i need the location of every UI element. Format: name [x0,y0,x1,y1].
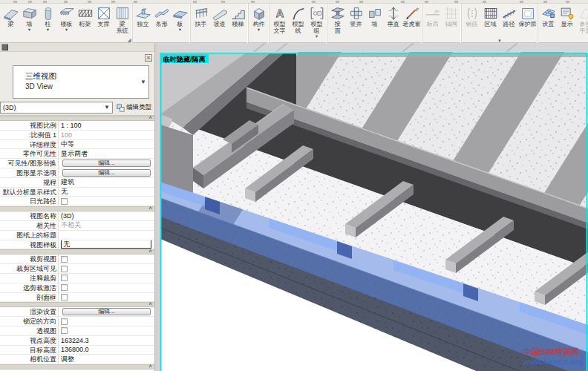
property-value[interactable] [59,231,154,240]
property-label: 锁定的方向 [0,317,59,326]
checkbox-unchecked[interactable] [61,275,68,281]
ribbon-button-vertical-opening[interactable]: 垂直 [384,4,402,28]
ribbon-button-model-group[interactable]: 模型组▼ [307,4,326,38]
ribbon-button-railing[interactable]: 扶手 [192,4,210,28]
property-value[interactable]: 无 [59,240,154,249]
ribbon-button-column[interactable]: 柱▼ [39,4,57,31]
checkbox-unchecked[interactable] [61,266,68,272]
ribbon-button-model-line[interactable]: 模型线 [289,4,307,35]
property-label: 可见性/图形替换 [0,159,59,168]
property-value[interactable]: 显示两者 [59,149,154,158]
ribbon-button-wall[interactable]: 墙▼ [20,4,39,31]
edit-type-button[interactable]: 编辑类型 [115,102,153,114]
chevron-down-icon[interactable]: ▼ [315,35,318,38]
property-value[interactable]: 编辑... [59,159,154,168]
property-value[interactable]: 1 : 100 [59,121,154,130]
chevron-down-icon[interactable]: ▼ [140,79,146,85]
ribbon-button-model-text[interactable]: A模型文字 [270,4,289,35]
display-icon [559,5,575,22]
focused-value-cell[interactable]: 无 [61,240,151,249]
checkbox-unchecked[interactable] [61,318,68,325]
chevron-down-icon[interactable]: ▼ [46,28,50,31]
ribbon-group-workplane: 设置显示参照平面查看器 [538,4,588,43]
checkbox-unchecked[interactable] [61,284,68,291]
ribbon-button-truss[interactable]: 桁架 [76,4,94,28]
ribbon-button-settings[interactable]: 设置 [539,4,558,28]
ribbon-button-ramp[interactable]: 坡道 [210,4,229,28]
checkbox-unchecked[interactable] [61,327,68,334]
property-value[interactable] [59,197,154,206]
chevron-down-icon[interactable]: ▼ [27,28,31,31]
property-value[interactable]: 编辑... [59,168,154,177]
ribbon-button-label: 钢筋 [466,22,478,28]
ribbon-button-opening-by-face[interactable]: 按面 [328,4,347,35]
ribbon-button-floor[interactable]: 楼板▼ [57,4,76,31]
property-value[interactable]: (3D) [59,211,154,220]
ribbon-button-brace[interactable]: 支撑 [94,4,113,28]
level-icon [425,5,441,22]
ribbon-button-beam[interactable]: 梁 [1,4,20,28]
3d-viewport[interactable]: 中国BIM培训网 www.bimcn.org 临时隐藏/隔离 [157,43,588,371]
property-value[interactable] [59,326,154,335]
ribbon-button-display[interactable]: 显示 [558,4,576,28]
property-value[interactable]: 建筑 [59,178,154,187]
section-collapse-icon[interactable]: ˄ [148,249,151,255]
ribbon-button-label: 墙 [372,22,378,28]
ribbon-button-foundation-slab[interactable]: 板▼ [171,4,189,31]
section-collapse-icon[interactable]: ˄ [148,206,151,211]
ribbon-button-wall-opening[interactable]: 墙 [365,4,384,28]
palette-close-button[interactable]: ✕ [145,54,152,62]
section-collapse-icon[interactable]: ˄ [148,301,151,307]
ribbon-button-label: 梁 [8,22,14,28]
checkbox-unchecked[interactable] [61,294,68,301]
property-value[interactable]: 无 [59,188,154,197]
chevron-down-icon[interactable]: ▼ [104,102,110,113]
ribbon-button-beam-system[interactable]: 梁系统 [113,4,131,35]
type-selector[interactable]: 三维视图 3D View ▼ [13,65,149,99]
view-instance-combobox[interactable]: (3D) ▼ [0,102,113,114]
section-collapse-icon[interactable]: ˄ [148,115,151,121]
ribbon-button-stairs[interactable]: 楼梯 [229,4,247,28]
ribbon-button-area-rebar[interactable]: 区域 [481,4,500,28]
palette-header[interactable] [0,43,154,52]
ribbon-button-strip-footing[interactable]: 条形 [152,4,171,28]
property-value[interactable] [59,264,154,273]
ribbon-button-component[interactable]: 构件▼ [249,4,268,31]
property-value[interactable]: 不相关 [59,221,154,230]
ribbon-button-label: 保护层 [519,22,537,28]
chevron-down-icon[interactable]: ▼ [257,28,261,31]
property-row: 相机位置调整 [0,355,154,364]
ribbon-button-path-rebar[interactable]: 路径 [500,4,518,28]
ribbon-button-dormer[interactable]: 老虎窗 [402,4,421,28]
view-instance-value: (3D) [3,104,16,111]
opening-by-face-icon [330,5,346,22]
ribbon-button-cover[interactable]: 保护层 [518,4,537,28]
property-value[interactable] [59,293,154,302]
ribbon-button-shaft[interactable]: 竖井 [347,4,365,28]
model-text-icon: A [272,5,288,22]
chevron-down-icon[interactable]: ▼ [178,28,182,31]
property-value[interactable]: 100 [59,131,154,139]
checkbox-unchecked[interactable] [61,198,68,205]
edit-button[interactable]: 编辑... [62,308,151,315]
type-selector-type: 3D View [25,82,53,91]
property-value[interactable] [59,255,154,263]
ribbon-group-component: 构件▼ [249,4,270,43]
ribbon-button-isolated-footing[interactable]: 独立 [134,4,152,28]
property-value[interactable]: 163224.3 [59,336,154,345]
checkbox-unchecked[interactable] [61,256,68,263]
ribbon-button-label: 面 [335,28,341,35]
chevron-down-icon[interactable]: ▼ [65,28,68,31]
vertical-opening-icon [385,5,402,22]
property-value[interactable] [59,283,154,292]
property-value[interactable] [59,317,154,326]
edit-button[interactable]: 编辑... [62,169,151,177]
property-value[interactable] [59,274,154,283]
property-value[interactable]: 中等 [59,140,154,149]
edit-button[interactable]: 编辑... [62,160,151,167]
section-collapse-icon[interactable]: ˄ [148,364,151,370]
property-value[interactable]: 编辑... [59,307,154,316]
property-value[interactable]: 调整 [59,355,154,364]
panel-expander-icon[interactable]: ◢ [128,37,131,42]
property-value[interactable]: 136800.0 [59,346,154,355]
